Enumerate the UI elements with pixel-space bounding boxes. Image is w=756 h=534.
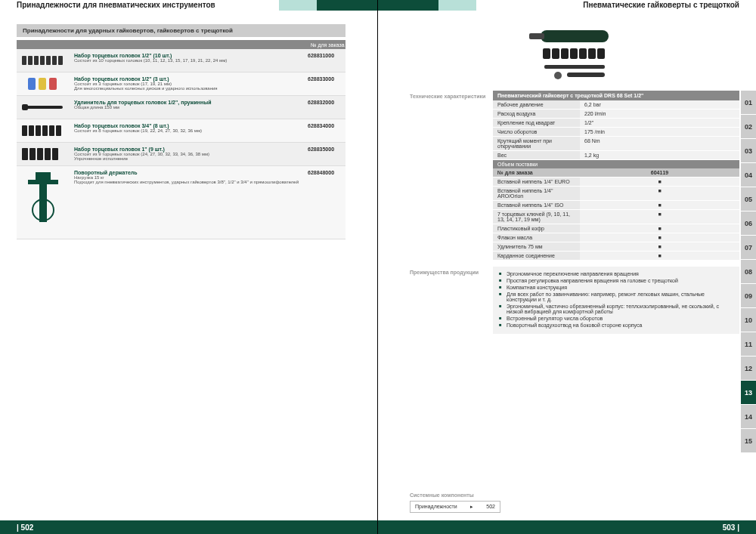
scope-row: Флакон масла■ [493, 233, 739, 242]
spec-key: Крепление под квадрат [493, 119, 580, 127]
svg-rect-10 [23, 106, 63, 109]
chapter-tab-09[interactable]: 09 [741, 284, 756, 308]
item-title: Набор торцевых головок 1/2" (10 шт.) [74, 53, 303, 58]
advantage-item: Поворотный воздухоотвод на боковой сторо… [499, 323, 733, 328]
item-row: Набор торцевых головок 1/2" (3 шт.)Состо… [17, 73, 345, 96]
svg-rect-15 [42, 125, 48, 136]
chapter-tab-05[interactable]: 05 [741, 187, 756, 211]
item-thumb [17, 168, 70, 236]
scope-row: Карданное соединение■ [493, 252, 739, 261]
chapter-tab-14[interactable]: 14 [741, 405, 756, 429]
spec-key: Рабочее давление [493, 100, 580, 109]
spec-row: Расход воздуха220 l/min [493, 110, 739, 119]
item-desc: Состоит из 8 торцевых головок (19, 22, 2… [74, 128, 303, 133]
svg-rect-9 [49, 78, 57, 90]
spec-row: Крепление под квадрат1/2" [493, 119, 739, 128]
chapter-tab-06[interactable]: 06 [741, 211, 756, 236]
item-thumb [17, 75, 70, 93]
item-title: Набор торцевых головок 3/4" (8 шт.) [74, 123, 303, 128]
chapter-tab-10[interactable]: 10 [741, 308, 756, 332]
item-text: Поворотный держательНагрузка 15 кгПодход… [70, 168, 308, 236]
spec-key: Крутящий момент при откручивании [493, 137, 580, 150]
svg-rect-11 [22, 104, 28, 110]
scope-mark: ■ [580, 233, 739, 242]
item-title: Поворотный держатель [74, 170, 303, 175]
item-thumb [17, 51, 70, 69]
left-page-number: | 502 [17, 523, 33, 532]
chapter-tab-07[interactable]: 07 [741, 236, 756, 260]
svg-rect-4 [46, 56, 51, 65]
spec-table: Пневматический гайковерт с трещоткой DRS… [493, 91, 739, 261]
scope-row: Вставной ниппель 1/4" EURO■ [493, 177, 739, 187]
left-page: Принадлежности для пневматических инстру… [0, 0, 378, 534]
svg-point-34 [554, 72, 562, 79]
svg-rect-30 [579, 48, 587, 59]
scope-order-row: № для заказа 604119 [493, 168, 739, 177]
chapter-tab-15[interactable]: 15 [741, 429, 756, 453]
svg-rect-28 [561, 48, 569, 59]
scope-order-value: 604119 [580, 168, 739, 177]
chapter-tab-12[interactable]: 12 [741, 357, 756, 381]
spec-row: Рабочее давление6,2 bar [493, 100, 739, 110]
advantages-list: Эргономичное переключение направления вр… [493, 267, 739, 334]
chapter-tab-03[interactable]: 03 [741, 139, 756, 163]
item-order-no: 628832000 [308, 98, 345, 116]
svg-rect-33 [544, 65, 605, 69]
spec-row: Крутящий момент при откручивании68 Nm [493, 137, 739, 151]
spec-key: Расход воздуха [493, 110, 580, 118]
scope-item: Вставной ниппель 1/4" ARO/Orion [493, 187, 580, 200]
left-footer: | 502 [0, 520, 377, 534]
spec-value: 220 l/min [580, 110, 739, 118]
order-col-header-row: № для заказа [17, 40, 345, 49]
system-label: Системные компоненты [410, 492, 739, 498]
item-desc2: Упрочненное исполнение [74, 156, 303, 161]
spec-value: 1/2" [580, 119, 739, 127]
item-title: Удлинитель для торцевых головок 1/2", пр… [74, 100, 303, 105]
item-text: Удлинитель для торцевых головок 1/2", пр… [70, 98, 308, 116]
scope-row: Вставной ниппель 1/4" ISO■ [493, 201, 739, 210]
system-link[interactable]: Принадлежности ▸ 502 [410, 501, 500, 513]
items-list: Набор торцевых головок 1/2" (10 шт.)Сост… [17, 49, 345, 239]
scope-row: Вставной ниппель 1/4" ARO/Orion■ [493, 187, 739, 201]
advantage-item: Встроенный регулятор числа оборотов [499, 316, 733, 321]
right-content: Технические характеристики Пневматически… [410, 23, 739, 334]
scope-mark: ■ [580, 187, 739, 200]
arrow-icon: ▸ [470, 504, 473, 510]
svg-rect-2 [34, 56, 39, 65]
chapter-tab-11[interactable]: 11 [741, 332, 756, 357]
svg-rect-21 [45, 148, 51, 160]
spec-key: Число оборотов [493, 128, 580, 136]
spec-section-label: Технические характеристики [410, 91, 493, 261]
chapter-tab-02[interactable]: 02 [741, 115, 756, 139]
item-text: Набор торцевых головок 1/2" (10 шт.)Сост… [70, 51, 308, 69]
svg-rect-0 [22, 56, 26, 65]
svg-rect-13 [29, 125, 34, 136]
svg-rect-26 [543, 48, 550, 59]
svg-rect-17 [56, 125, 61, 136]
scope-mark: ■ [580, 252, 739, 260]
scope-item: Удлинитель 75 мм [493, 242, 580, 251]
item-order-no: 628834000 [308, 122, 345, 140]
item-desc2: Подходит для пневматических инструментов… [74, 180, 303, 184]
svg-rect-32 [597, 48, 605, 59]
item-row: Набор торцевых головок 1" (9 шт.)Состоит… [17, 143, 345, 166]
chapter-tab-04[interactable]: 04 [741, 163, 756, 187]
scope-mark: ■ [580, 210, 739, 224]
svg-rect-29 [570, 48, 578, 59]
item-order-no: 628835000 [308, 145, 345, 163]
chapter-tab-01[interactable]: 01 [741, 91, 756, 115]
advantage-item: Для всех работ по завинчиванию: например… [499, 292, 733, 302]
svg-rect-27 [552, 48, 559, 59]
item-thumb [17, 145, 70, 163]
scope-row: 7 торцевых ключей (9, 10, 11, 13, 14, 17… [493, 210, 739, 224]
chapter-tab-13[interactable]: 13 [741, 381, 756, 405]
svg-rect-22 [52, 148, 58, 160]
chapter-tab-08[interactable]: 08 [741, 260, 756, 284]
scope-item: Флакон масла [493, 233, 580, 242]
advantages-block: Преимущества продукции Эргономичное пере… [410, 267, 739, 334]
scope-header: Объем поставки [493, 160, 739, 168]
side-tabs: 010203040506070809101112131415 [741, 91, 756, 453]
scope-mark: ■ [580, 201, 739, 209]
item-thumb [17, 122, 70, 140]
item-row: Набор торцевых головок 3/4" (8 шт.)Состо… [17, 119, 345, 143]
